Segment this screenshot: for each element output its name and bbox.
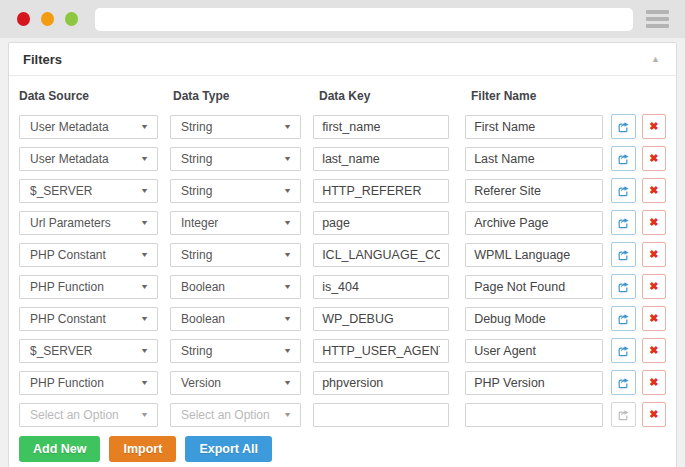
filter-name-input[interactable]	[465, 243, 603, 267]
export-row-button[interactable]	[611, 146, 635, 171]
export-row-button[interactable]	[611, 210, 635, 235]
data-key-input[interactable]	[313, 147, 449, 171]
data-type-value: String	[181, 120, 212, 134]
delete-row-button[interactable]: ✖	[642, 178, 666, 203]
filter-row: PHP Constant ▼ Boolean ▼ ✖	[19, 306, 666, 331]
export-row-button[interactable]	[611, 274, 635, 299]
chevron-down-icon: ▼	[140, 315, 149, 322]
data-key-input[interactable]	[313, 115, 449, 139]
delete-row-button[interactable]: ✖	[642, 242, 666, 267]
data-source-select[interactable]: PHP Function ▼	[19, 371, 158, 395]
delete-row-button[interactable]: ✖	[642, 114, 666, 139]
data-type-select[interactable]: String ▼	[170, 339, 301, 363]
data-type-select[interactable]: Boolean ▼	[170, 275, 301, 299]
data-source-value: User Metadata	[30, 120, 109, 134]
data-key-input[interactable]	[313, 243, 449, 267]
export-icon	[617, 216, 630, 229]
data-type-value: String	[181, 248, 212, 262]
export-icon	[617, 152, 630, 165]
export-row-button[interactable]	[611, 370, 635, 395]
delete-row-button[interactable]: ✖	[642, 210, 666, 235]
window-maximize-button[interactable]	[65, 12, 78, 26]
export-row-button[interactable]	[611, 178, 635, 203]
filter-name-input[interactable]	[465, 307, 603, 331]
data-source-select[interactable]: Select an Option ▼	[19, 403, 158, 427]
window-close-button[interactable]	[17, 12, 30, 26]
filter-row: PHP Function ▼ Version ▼ ✖	[19, 370, 666, 395]
filter-name-input[interactable]	[465, 147, 603, 171]
chevron-down-icon: ▼	[283, 347, 292, 354]
data-source-select[interactable]: PHP Constant ▼	[19, 307, 158, 331]
data-key-input[interactable]	[313, 339, 449, 363]
delete-row-button[interactable]: ✖	[642, 338, 666, 363]
export-row-button[interactable]	[611, 338, 635, 363]
chevron-down-icon: ▼	[283, 379, 292, 386]
filter-name-input[interactable]	[465, 115, 603, 139]
data-type-select[interactable]: String ▼	[170, 179, 301, 203]
chevron-down-icon: ▼	[283, 187, 292, 194]
filters-panel: Filters ▲ Data Source Data Type Data Key…	[8, 42, 677, 467]
export-all-button[interactable]: Export All	[185, 436, 272, 462]
export-row-button[interactable]	[611, 402, 635, 427]
data-source-select[interactable]: $_SERVER ▼	[19, 179, 158, 203]
delete-icon: ✖	[649, 121, 658, 132]
delete-icon: ✖	[649, 313, 658, 324]
data-key-input[interactable]	[313, 179, 449, 203]
data-type-value: String	[181, 152, 212, 166]
delete-icon: ✖	[649, 377, 658, 388]
filter-row: User Metadata ▼ String ▼ ✖	[19, 146, 666, 171]
delete-row-button[interactable]: ✖	[642, 146, 666, 171]
filter-row: PHP Function ▼ Boolean ▼ ✖	[19, 274, 666, 299]
filter-name-input[interactable]	[465, 403, 603, 427]
delete-icon: ✖	[649, 249, 658, 260]
filter-name-input[interactable]	[465, 371, 603, 395]
filter-name-input[interactable]	[465, 339, 603, 363]
data-source-value: Url Parameters	[30, 216, 111, 230]
address-bar[interactable]	[95, 8, 633, 31]
footer-buttons: Add New Import Export All	[19, 436, 666, 462]
data-type-select[interactable]: Version ▼	[170, 371, 301, 395]
delete-row-button[interactable]: ✖	[642, 274, 666, 299]
add-new-button[interactable]: Add New	[19, 436, 100, 462]
data-type-select[interactable]: String ▼	[170, 115, 301, 139]
data-key-input[interactable]	[313, 211, 449, 235]
hamburger-menu-icon[interactable]	[646, 10, 669, 28]
delete-row-button[interactable]: ✖	[642, 370, 666, 395]
data-source-value: Select an Option	[30, 408, 119, 422]
data-source-select[interactable]: Url Parameters ▼	[19, 211, 158, 235]
filter-name-input[interactable]	[465, 211, 603, 235]
data-key-input[interactable]	[313, 307, 449, 331]
data-source-select[interactable]: User Metadata ▼	[19, 115, 158, 139]
export-row-button[interactable]	[611, 242, 635, 267]
data-key-input[interactable]	[313, 371, 449, 395]
chevron-down-icon: ▼	[283, 123, 292, 130]
data-source-select[interactable]: PHP Function ▼	[19, 275, 158, 299]
data-type-select[interactable]: Select an Option ▼	[170, 403, 301, 427]
export-icon	[617, 408, 630, 421]
export-icon	[617, 344, 630, 357]
filter-row: Select an Option ▼ Select an Option ▼ ✖	[19, 402, 666, 427]
data-type-select[interactable]: Boolean ▼	[170, 307, 301, 331]
delete-row-button[interactable]: ✖	[642, 402, 666, 427]
data-type-select[interactable]: String ▼	[170, 243, 301, 267]
data-key-input[interactable]	[313, 403, 449, 427]
data-source-select[interactable]: User Metadata ▼	[19, 147, 158, 171]
delete-row-button[interactable]: ✖	[642, 306, 666, 331]
data-source-select[interactable]: $_SERVER ▼	[19, 339, 158, 363]
data-type-select[interactable]: String ▼	[170, 147, 301, 171]
data-type-value: String	[181, 184, 212, 198]
export-icon	[617, 312, 630, 325]
filter-name-input[interactable]	[465, 179, 603, 203]
data-type-value: String	[181, 344, 212, 358]
import-button[interactable]: Import	[109, 436, 176, 462]
column-header-data-type: Data Type	[173, 89, 319, 103]
export-row-button[interactable]	[611, 306, 635, 331]
export-row-button[interactable]	[611, 114, 635, 139]
data-type-select[interactable]: Integer ▼	[170, 211, 301, 235]
data-key-input[interactable]	[313, 275, 449, 299]
filter-name-input[interactable]	[465, 275, 603, 299]
window-minimize-button[interactable]	[41, 12, 54, 26]
filter-row: Url Parameters ▼ Integer ▼ ✖	[19, 210, 666, 235]
collapse-panel-icon[interactable]: ▲	[649, 53, 662, 66]
data-source-select[interactable]: PHP Constant ▼	[19, 243, 158, 267]
